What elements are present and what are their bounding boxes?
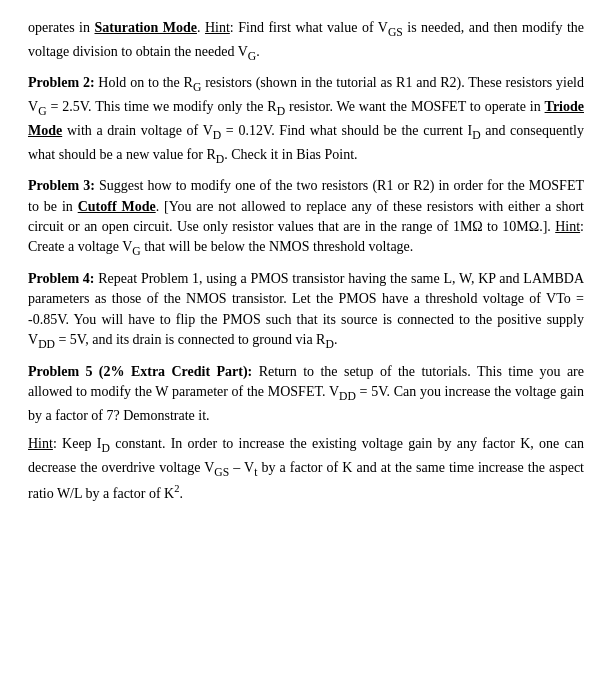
intro-paragraph: operates in Saturation Mode. Hint: Find … <box>28 18 584 65</box>
cutoff-mode-label: Cutoff Mode <box>78 199 156 214</box>
p2-text: Hold on to the R <box>95 75 193 90</box>
problem3-paragraph: Problem 3: Suggest how to modify one of … <box>28 176 584 261</box>
p2-text5: with a drain voltage of V <box>62 123 213 138</box>
page-content: operates in Saturation Mode. Hint: Find … <box>28 18 584 504</box>
period1: . <box>197 20 205 35</box>
hint2-text2: that will be below the NMOS threshold vo… <box>141 239 414 254</box>
id-subscript: D <box>472 129 480 142</box>
p3-label: Problem 3: <box>28 178 95 193</box>
vgs-subscript: GS <box>388 26 403 39</box>
problem2-paragraph: Problem 2: Hold on to the RG resistors (… <box>28 73 584 168</box>
intro-text: operates in <box>28 20 90 35</box>
hint1-label: Hint <box>205 20 230 35</box>
id2-subscript: D <box>102 442 110 455</box>
saturation-mode-label: Saturation Mode <box>95 20 197 35</box>
p2-text8: . Check it in Bias Point. <box>224 147 357 162</box>
hint3-text: : Keep I <box>53 436 102 451</box>
p4-text3: . <box>334 332 338 347</box>
hint1-text: : Find first what value of V <box>230 20 388 35</box>
p4-label: Problem 4: <box>28 271 95 286</box>
hint1-text3: . <box>256 44 260 59</box>
p2-label: Problem 2: <box>28 75 95 90</box>
p4-text2: = 5V, and its drain is connected to grou… <box>55 332 325 347</box>
p2-text6: = 0.12V. Find what should be the current… <box>221 123 472 138</box>
problem4-paragraph: Problem 4: Repeat Problem 1, using a PMO… <box>28 269 584 354</box>
vdd2-subscript: DD <box>339 390 356 403</box>
p2-text4: resistor. We want the MOSFET to operate … <box>285 99 541 114</box>
problem5-paragraph: Problem 5 (2% Extra Credit Part): Return… <box>28 362 584 426</box>
vgs2-subscript: GS <box>214 465 229 478</box>
hint3-paragraph: Hint: Keep ID constant. In order to incr… <box>28 434 584 504</box>
rd3-subscript: D <box>325 338 333 351</box>
p5-label: Problem 5 (2% Extra Credit Part): <box>28 364 252 379</box>
vg2-subscript: G <box>38 105 46 118</box>
hint3-text3: – V <box>229 460 254 475</box>
hint3-text5: . <box>179 486 183 501</box>
vg3-subscript: G <box>132 245 140 258</box>
p2-text3: = 2.5V. This time we modify only the R <box>47 99 277 114</box>
hint2-label: Hint <box>555 219 580 234</box>
hint3-label: Hint <box>28 436 53 451</box>
vd-subscript: D <box>213 129 221 142</box>
rd-subscript: D <box>277 105 285 118</box>
vg-subscript: G <box>248 50 256 63</box>
rd2-subscript: D <box>216 152 224 165</box>
vdd-subscript: DD <box>38 338 55 351</box>
